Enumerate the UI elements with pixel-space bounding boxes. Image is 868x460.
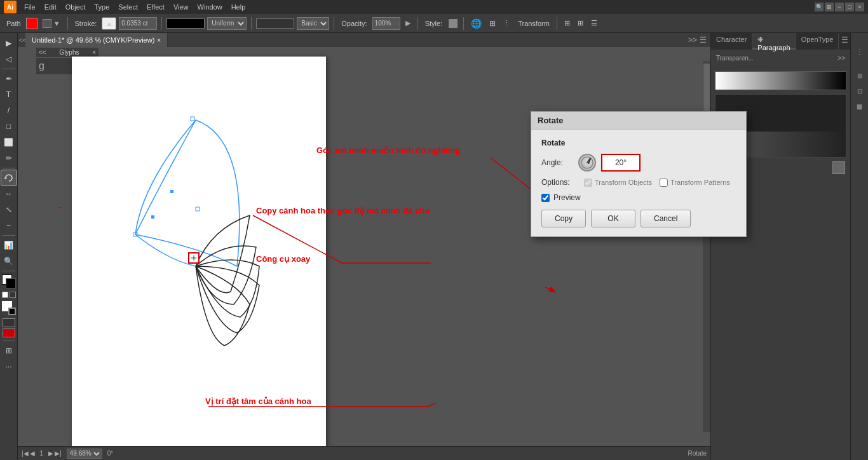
panel-collapse-btn[interactable]: <<: [18, 36, 25, 45]
align-icon[interactable]: ⊞: [487, 18, 498, 29]
tab-title: Untitled-1* @ 49.68 % (CMYK/Preview): [32, 36, 154, 44]
scroll-thumb[interactable]: [703, 64, 710, 114]
line-tool[interactable]: /: [1, 103, 17, 118]
right-tool-2[interactable]: ⊡: [853, 84, 867, 98]
stroke-label: Stroke:: [72, 18, 100, 29]
transform-objects-check[interactable]: [584, 179, 592, 187]
mode-btn-2[interactable]: [3, 328, 15, 337]
glyphs-close-btn[interactable]: ×: [92, 49, 96, 56]
select-tool[interactable]: ▶: [1, 36, 17, 51]
tab-opentype[interactable]: OpenType: [796, 33, 839, 50]
transform-patterns-label: Transform Patterns: [670, 179, 730, 186]
style-label: Style:: [423, 18, 445, 29]
angle-dial[interactable]: [578, 154, 596, 172]
artboard-svg: [72, 57, 326, 446]
extra-tools-icon[interactable]: ⊞: [562, 18, 573, 29]
stroke-value-input[interactable]: [119, 17, 157, 30]
panel-icon[interactable]: ⊞: [575, 18, 586, 29]
uniform-select[interactable]: Uniform: [207, 17, 247, 30]
close-button[interactable]: ×: [855, 3, 864, 11]
panel-expand-btn[interactable]: >>: [837, 55, 845, 62]
menu-edit[interactable]: Edit: [41, 2, 60, 12]
scale-tool[interactable]: ⤡: [1, 202, 17, 217]
status-nav-left[interactable]: |◀◀: [22, 450, 35, 457]
tab-close-btn[interactable]: ×: [157, 37, 161, 44]
menu-type[interactable]: Type: [91, 2, 114, 12]
screen-mode-btn[interactable]: [10, 292, 16, 298]
stroke-color-btn[interactable]: ▼: [40, 18, 63, 29]
right-tool-3[interactable]: ▦: [853, 99, 867, 113]
menu-view[interactable]: View: [170, 2, 193, 12]
mode-btns: [3, 318, 15, 337]
panel-right-btn[interactable]: >>: [688, 36, 697, 44]
zoom-tool[interactable]: 🔍: [1, 254, 17, 269]
right-tool-1[interactable]: ⊞: [853, 69, 867, 83]
more-tools[interactable]: ···: [1, 359, 17, 374]
artboard-tool[interactable]: ⊞: [1, 343, 17, 358]
ok-button[interactable]: OK: [591, 210, 635, 227]
properties-panel: Character ❈ Paragraph OpenType ☰ Transpa…: [710, 33, 850, 460]
zoom-select[interactable]: 49.68%: [67, 449, 102, 459]
transform-objects-checkbox[interactable]: Transform Objects: [584, 179, 652, 187]
pencil-tool[interactable]: ✏: [1, 151, 17, 166]
menu-file[interactable]: File: [20, 2, 39, 12]
status-nav-right[interactable]: ▶▶|: [48, 450, 62, 457]
angle-row: Angle:: [541, 154, 736, 172]
pen-tool[interactable]: ✒: [1, 71, 17, 86]
maximize-button[interactable]: □: [845, 3, 854, 11]
globe-icon[interactable]: 🌐: [468, 17, 484, 30]
menu-effect[interactable]: Effect: [143, 2, 168, 12]
menu-object[interactable]: Object: [62, 2, 90, 12]
distribute-icon[interactable]: ⋮: [501, 18, 513, 29]
mode-btn-1[interactable]: [3, 318, 15, 327]
background-color[interactable]: [6, 278, 16, 288]
preview-checkbox[interactable]: [541, 194, 550, 202]
center-point[interactable]: [188, 252, 200, 264]
menu-help[interactable]: Help: [227, 2, 250, 12]
separator-3: [251, 17, 252, 30]
reflect-tool[interactable]: ↔: [1, 186, 17, 201]
panel-color-chip[interactable]: [832, 161, 845, 174]
direct-select-tool[interactable]: ◁: [1, 51, 17, 67]
panel-menu-icon[interactable]: ☰: [839, 33, 851, 50]
grid-icon[interactable]: ⊞: [825, 3, 834, 11]
tab-character[interactable]: Character: [711, 33, 752, 50]
cancel-button[interactable]: Cancel: [641, 210, 691, 227]
transform-patterns-checkbox[interactable]: Transform Patterns: [660, 179, 730, 187]
panel-menu-btn[interactable]: ☰: [700, 36, 707, 44]
copy-button[interactable]: Copy: [541, 210, 586, 227]
menu-select[interactable]: Select: [114, 2, 142, 12]
tab-bar: << Untitled-1* @ 49.68 % (CMYK/Preview) …: [18, 33, 710, 47]
transform-label[interactable]: Transform: [515, 18, 552, 29]
svg-line-11: [545, 287, 555, 292]
opacity-arrow[interactable]: ▶: [403, 18, 413, 29]
tab-paragraph[interactable]: ❈ Paragraph: [752, 33, 796, 50]
rotate-tool[interactable]: [1, 170, 17, 186]
basic-select[interactable]: Basic: [297, 17, 329, 30]
stroke-color-chip[interactable]: [26, 18, 37, 29]
menu-bar: Ai File Edit Object Type Select Effect V…: [0, 0, 868, 14]
document-tab[interactable]: Untitled-1* @ 49.68 % (CMYK/Preview) ×: [25, 33, 168, 47]
type-tool[interactable]: T: [1, 87, 17, 102]
warp-tool[interactable]: ~: [1, 218, 17, 233]
menu-window[interactable]: Window: [194, 2, 226, 12]
shape-tool[interactable]: □: [1, 119, 17, 134]
opacity-input[interactable]: [372, 17, 400, 30]
stroke-up[interactable]: ▲: [102, 17, 116, 30]
angle-input[interactable]: [605, 156, 637, 170]
right-panel-btn[interactable]: ⋮: [857, 48, 863, 55]
dialog-section-title: Rotate: [541, 139, 736, 147]
graph-tool[interactable]: 📊: [1, 238, 17, 253]
color-block[interactable]: [2, 274, 16, 288]
glyphs-collapse-btn[interactable]: <<: [39, 49, 46, 56]
normal-mode-btn[interactable]: [2, 292, 8, 298]
transform-patterns-check[interactable]: [660, 179, 668, 187]
svg-rect-5: [170, 190, 173, 193]
paint-tool[interactable]: ⬜: [1, 135, 17, 150]
fill-color[interactable]: [8, 308, 16, 315]
separator-1: [67, 17, 68, 30]
minimize-button[interactable]: −: [835, 3, 844, 11]
separator-7: [557, 17, 557, 30]
search-icon[interactable]: 🔍: [815, 3, 824, 11]
menu-icon[interactable]: ☰: [588, 18, 600, 29]
